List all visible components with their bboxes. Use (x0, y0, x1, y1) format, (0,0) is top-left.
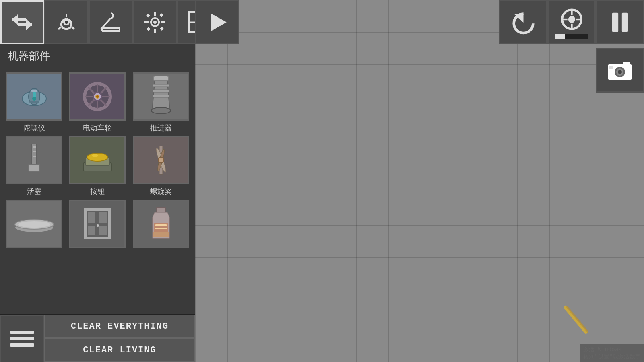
svg-rect-72 (155, 224, 167, 226)
bio-button[interactable] (44, 0, 89, 44)
svg-line-8 (58, 27, 61, 29)
item-disc-image[interactable] (6, 200, 62, 248)
svg-rect-64 (99, 212, 107, 223)
item-thruster-label: 推进器 (150, 123, 172, 133)
svg-rect-44 (154, 76, 168, 81)
svg-marker-78 (211, 13, 227, 31)
hanger-button[interactable] (89, 0, 133, 44)
item-button-image[interactable] (69, 136, 126, 184)
timer-progress (555, 34, 588, 39)
svg-marker-3 (26, 19, 32, 30)
svg-point-61 (18, 221, 50, 228)
svg-rect-20 (147, 27, 151, 31)
svg-point-67 (97, 224, 99, 227)
svg-rect-87 (621, 12, 627, 32)
list-item: 活塞 (4, 136, 64, 196)
item-wheel-label: 电动车轮 (83, 123, 112, 133)
clear-everything-button[interactable]: CLEAR EVERYTHING (44, 315, 195, 338)
clear-buttons: CLEAR EVERYTHING CLEAR LIVING (44, 315, 195, 362)
item-screw-label: 螺旋奖 (150, 187, 172, 196)
watermark-line1: 激活 Windows (583, 346, 641, 353)
timer-progress-fill (555, 34, 565, 39)
item-gyro-label: 陀螺仪 (23, 123, 45, 133)
svg-rect-16 (144, 21, 149, 23)
svg-rect-17 (161, 21, 165, 23)
svg-rect-28 (31, 90, 37, 92)
svg-marker-1 (12, 14, 18, 25)
svg-rect-14 (154, 12, 156, 16)
gear-button[interactable] (133, 0, 177, 44)
svg-rect-50 (33, 156, 36, 157)
svg-point-53 (87, 153, 108, 161)
svg-rect-63 (88, 212, 96, 223)
list-item (131, 200, 191, 250)
svg-rect-66 (99, 226, 107, 235)
back-button[interactable] (0, 0, 44, 44)
item-bottle-image[interactable] (133, 200, 189, 248)
svg-point-58 (158, 157, 164, 163)
top-right-controls (499, 0, 644, 44)
svg-rect-15 (154, 29, 156, 33)
menu-button[interactable] (0, 315, 44, 362)
svg-marker-40 (152, 78, 170, 111)
timer-button[interactable] (547, 0, 596, 44)
svg-rect-93 (609, 66, 613, 69)
svg-point-45 (151, 107, 171, 114)
svg-rect-74 (153, 232, 169, 237)
item-piston-label: 活塞 (27, 187, 41, 196)
camera-button[interactable] (596, 48, 644, 93)
svg-rect-21 (160, 27, 164, 31)
svg-rect-86 (612, 12, 618, 32)
svg-point-54 (92, 154, 98, 157)
left-panel: 机器部件 陀螺仪 (0, 0, 195, 362)
item-thruster-image[interactable] (133, 72, 189, 121)
svg-point-5 (65, 21, 68, 24)
list-item: 推进器 (131, 72, 191, 133)
svg-point-13 (153, 21, 157, 24)
svg-rect-65 (88, 226, 96, 235)
canvas-rope-item (564, 304, 588, 338)
svg-rect-77 (10, 343, 34, 347)
svg-rect-47 (29, 164, 40, 171)
svg-rect-68 (156, 208, 166, 212)
svg-marker-69 (152, 212, 170, 218)
toolbar (0, 0, 195, 44)
watermark: 激活 Windows 转到"设置"以激活数字 (580, 344, 644, 362)
item-piston-image[interactable] (6, 136, 62, 184)
watermark-line2: 转到"设置"以激活数字 (583, 353, 641, 360)
svg-rect-76 (10, 337, 34, 340)
item-screw-image[interactable] (133, 136, 189, 184)
list-item: 螺旋奖 (131, 136, 191, 196)
item-gyro-image[interactable] (6, 72, 62, 121)
svg-rect-19 (159, 13, 163, 17)
item-frame-image[interactable] (69, 200, 126, 248)
svg-rect-18 (146, 14, 150, 18)
play-button[interactable] (195, 0, 239, 44)
svg-rect-42 (153, 90, 169, 92)
svg-point-39 (96, 95, 99, 98)
list-item (68, 200, 128, 250)
svg-rect-29 (29, 101, 39, 103)
svg-rect-73 (155, 228, 167, 229)
svg-rect-41 (153, 84, 169, 87)
pause-button[interactable] (596, 0, 644, 44)
category-header: 机器部件 (0, 44, 195, 68)
clear-living-button[interactable]: CLEAR LIVING (44, 338, 195, 362)
item-button-label: 按钮 (90, 187, 105, 196)
category-title: 机器部件 (8, 51, 50, 63)
svg-rect-49 (33, 151, 36, 152)
list-item: 按钮 (68, 136, 128, 196)
svg-point-91 (618, 70, 622, 74)
items-grid: 陀螺仪 (0, 68, 195, 314)
svg-line-7 (72, 27, 74, 29)
svg-point-81 (568, 16, 575, 23)
list-item: 陀螺仪 (4, 72, 64, 133)
svg-rect-92 (623, 62, 630, 66)
svg-rect-48 (33, 146, 36, 148)
list-item (4, 200, 64, 250)
item-wheel-image[interactable] (69, 72, 126, 121)
undo-button[interactable] (499, 0, 547, 44)
list-item: 电动车轮 (68, 72, 128, 133)
bottom-bar: CLEAR EVERYTHING CLEAR LIVING (0, 314, 195, 362)
svg-rect-75 (10, 331, 34, 334)
